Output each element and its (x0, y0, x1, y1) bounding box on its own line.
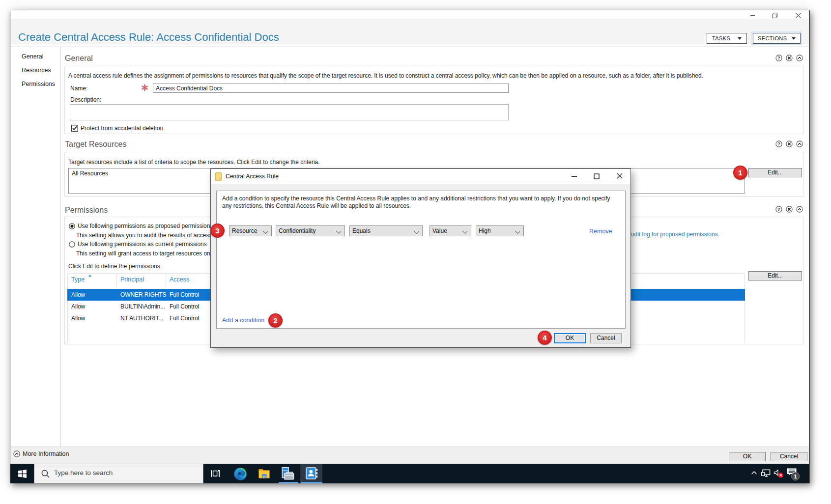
svg-text:?: ? (777, 206, 780, 212)
svg-text:?: ? (777, 55, 780, 60)
svg-text:?: ? (777, 141, 780, 146)
svg-text:1: 1 (794, 474, 797, 479)
